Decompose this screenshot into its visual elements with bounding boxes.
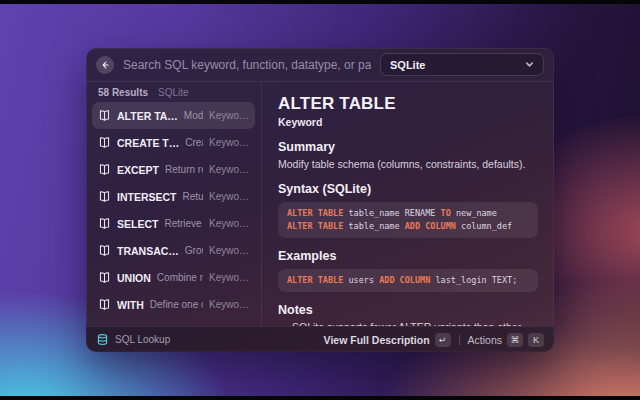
list-item[interactable]: TRANSAC… Group st… Keywo… bbox=[92, 237, 255, 264]
list-item[interactable]: UNION Combine resul… Keywo… bbox=[92, 264, 255, 291]
list-item[interactable]: ALTER TA… Modify ta… Keywo… bbox=[92, 102, 255, 129]
summary-text: Modify table schema (columns, constraint… bbox=[278, 158, 538, 171]
k-key-badge: K bbox=[528, 333, 544, 347]
list-item-title: SELECT bbox=[117, 218, 158, 230]
list-item-tag: Keywo… bbox=[209, 299, 249, 310]
detail-title: ALTER TABLE bbox=[278, 94, 538, 114]
list-item-tag: Keywo… bbox=[209, 110, 249, 121]
footer-bar: SQL Lookup View Full Description ↵ Actio… bbox=[86, 326, 554, 352]
list-item-subtitle: Modify ta… bbox=[184, 110, 203, 121]
list-item[interactable]: EXCEPT Return rows f… Keywo… bbox=[92, 156, 255, 183]
engine-dropdown-value: SQLite bbox=[390, 59, 525, 71]
syntax-code-block: ALTER TABLE table_name RENAME TO new_nam… bbox=[278, 202, 538, 238]
book-icon bbox=[98, 298, 111, 311]
window-body: 58 Results SQLite ALTER TA… Modify ta… K… bbox=[86, 82, 554, 326]
view-full-description-label: View Full Description bbox=[324, 334, 430, 346]
arrow-left-icon bbox=[100, 60, 110, 70]
letterbox-bottom bbox=[0, 396, 640, 400]
list-item-subtitle: Retrieve colu… bbox=[164, 218, 203, 229]
database-icon bbox=[96, 333, 109, 346]
detail-type-label: Keyword bbox=[278, 116, 538, 129]
list-item-title: UNION bbox=[117, 272, 151, 284]
footer-app-name: SQL Lookup bbox=[115, 334, 170, 345]
notes-heading: Notes bbox=[278, 303, 538, 318]
list-item-tag: Keywo… bbox=[209, 245, 249, 256]
actions-label: Actions bbox=[468, 334, 502, 346]
code-line: ALTER TABLE users ADD COLUMN last_login … bbox=[287, 274, 529, 287]
list-item-subtitle: Define one or m… bbox=[150, 299, 203, 310]
footer-app[interactable]: SQL Lookup bbox=[96, 333, 170, 346]
list-item-title: INTERSECT bbox=[117, 191, 177, 203]
list-item-tag: Keywo… bbox=[209, 218, 249, 229]
list-item-title: ALTER TA… bbox=[117, 110, 178, 122]
results-list: ALTER TA… Modify ta… Keywo… CREATE T… Cr… bbox=[86, 102, 261, 326]
back-button[interactable] bbox=[96, 56, 114, 74]
code-line: ALTER TABLE table_name ADD COLUMN column… bbox=[287, 220, 529, 233]
letterbox-top bbox=[0, 0, 640, 4]
view-full-description-button[interactable]: View Full Description ↵ bbox=[324, 333, 451, 347]
list-item-tag: Keywo… bbox=[209, 191, 249, 202]
actions-button[interactable]: Actions ⌘ K bbox=[468, 333, 544, 347]
list-item-title: EXCEPT bbox=[117, 164, 159, 176]
results-sidebar: 58 Results SQLite ALTER TA… Modify ta… K… bbox=[86, 82, 262, 326]
list-item-title: CREATE T… bbox=[117, 137, 179, 149]
code-line: ALTER TABLE table_name RENAME TO new_nam… bbox=[287, 207, 529, 220]
book-icon bbox=[98, 271, 111, 284]
chevron-down-icon bbox=[525, 60, 534, 69]
list-item-title: WITH bbox=[117, 299, 144, 311]
summary-heading: Summary bbox=[278, 140, 538, 155]
list-item[interactable]: INTERSECT Return ro… Keywo… bbox=[92, 183, 255, 210]
search-input[interactable] bbox=[123, 58, 371, 72]
book-icon bbox=[98, 136, 111, 149]
book-icon bbox=[98, 217, 111, 230]
results-scope: SQLite bbox=[158, 87, 189, 98]
list-item-subtitle: Group st… bbox=[185, 245, 203, 256]
search-header: SQLite bbox=[86, 48, 554, 82]
list-item-title: TRANSAC… bbox=[117, 245, 179, 257]
sql-lookup-window: SQLite 58 Results SQLite ALTER TA… Modif… bbox=[86, 48, 554, 352]
list-item-subtitle: Return rows f… bbox=[165, 164, 203, 175]
footer-separator bbox=[459, 335, 460, 345]
detail-panel: ALTER TABLE Keyword Summary Modify table… bbox=[262, 82, 554, 326]
results-count: 58 Results bbox=[98, 87, 148, 98]
list-item-tag: Keywo… bbox=[209, 137, 249, 148]
engine-dropdown[interactable]: SQLite bbox=[380, 53, 544, 76]
list-item-subtitle: Combine resul… bbox=[157, 272, 203, 283]
book-icon bbox=[98, 109, 111, 122]
examples-heading: Examples bbox=[278, 249, 538, 264]
list-item[interactable]: CREATE T… Create a… Keywo… bbox=[92, 129, 255, 156]
command-key-badge: ⌘ bbox=[507, 333, 523, 347]
list-item[interactable]: WITH Define one or m… Keywo… bbox=[92, 291, 255, 318]
list-item-subtitle: Return ro… bbox=[183, 191, 203, 202]
book-icon bbox=[98, 244, 111, 257]
book-icon bbox=[98, 190, 111, 203]
examples-code-block: ALTER TABLE users ADD COLUMN last_login … bbox=[278, 269, 538, 292]
return-key-badge: ↵ bbox=[435, 333, 451, 347]
results-header: 58 Results SQLite bbox=[86, 82, 261, 102]
list-item-tag: Keywo… bbox=[209, 272, 249, 283]
list-item[interactable]: SELECT Retrieve colu… Keywo… bbox=[92, 210, 255, 237]
list-item[interactable]: WITH REC… Build rec… Keywo… bbox=[92, 318, 255, 326]
book-icon bbox=[98, 163, 111, 176]
list-item-tag: Keywo… bbox=[209, 164, 249, 175]
syntax-heading: Syntax (SQLite) bbox=[278, 182, 538, 197]
list-item-subtitle: Create a… bbox=[185, 137, 203, 148]
